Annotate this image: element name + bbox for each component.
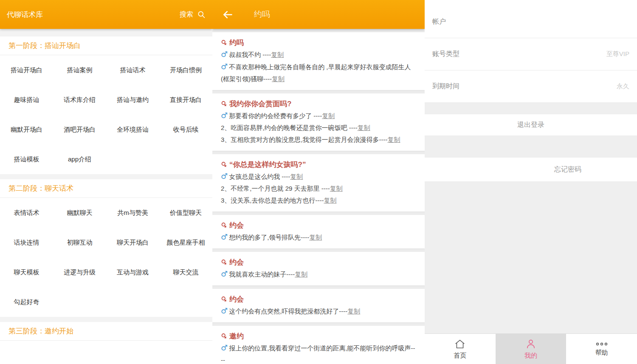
- script-card-title-row: 约吗: [221, 37, 416, 48]
- script-line: ♂女孩总是这么约我 ----复制: [221, 170, 416, 183]
- category-item[interactable]: 话术库介绍: [53, 85, 106, 115]
- search-label: 搜索: [180, 10, 193, 19]
- script-card: 约吗 ♂叔叔我不约 ----复制 ♂不喜欢那种晚上做完各自睡各自的 ,早晨起来穿…: [212, 32, 425, 90]
- script-text: 女孩总是这么约我 ----: [229, 173, 290, 180]
- settings-label: 账号类型: [432, 50, 459, 59]
- settings-value: 永久: [617, 82, 629, 90]
- category-item[interactable]: 价值型聊天: [159, 198, 212, 228]
- script-line: ♂叔叔我不约 ----复制: [221, 48, 416, 61]
- script-card: 约会 ♂这个约会有点突然,吓得我把澡都洗好了----复制: [212, 289, 425, 322]
- male-icon: ♂: [221, 232, 228, 241]
- category-item[interactable]: 开场白惯例: [159, 55, 212, 85]
- script-line: ♂那要看你的约会经费有多少了 ----复制: [221, 110, 416, 122]
- female-search-icon: [221, 101, 227, 107]
- category-item[interactable]: 聊天开场白: [106, 228, 159, 257]
- script-text: 3、没关系,去你总是去的地方也行----: [221, 197, 324, 204]
- detail-header: 约吗: [212, 0, 425, 29]
- divider-strip: [0, 174, 212, 179]
- forgot-password-row: 忘记密码: [425, 157, 637, 182]
- category-item[interactable]: 酒吧开场白: [53, 115, 106, 144]
- nav-tab-label: 首页: [454, 352, 466, 360]
- category-item[interactable]: 聊天模板: [0, 257, 53, 287]
- settings-row-account-type[interactable]: 账号类型 至尊VIP: [425, 38, 637, 71]
- script-text: 2、吃面容易胖,约会的晚餐还是赏你一碗饭吧 ----: [221, 124, 358, 131]
- back-button[interactable]: [221, 8, 234, 21]
- category-item[interactable]: 话块连情: [0, 228, 53, 257]
- copy-link[interactable]: 复制: [295, 271, 307, 278]
- background-filler: [425, 182, 637, 333]
- script-line: ♂这个约会有点突然,吓得我把澡都洗好了----复制: [221, 305, 416, 317]
- script-text: 想约我的多了,领号排队先----: [229, 234, 309, 241]
- script-card: “你总是这样约女孩吗?” ♂女孩总是这么约我 ----复制 2、不经常,一个月也…: [212, 154, 425, 212]
- copy-link[interactable]: 复制: [272, 75, 285, 82]
- category-item[interactable]: 聊天交流: [159, 257, 212, 287]
- bottom-navigation: 首页 我的 帮助: [425, 333, 637, 364]
- script-card-title-row: 我约你你会赏面吗?: [221, 98, 416, 110]
- copy-link[interactable]: 复制: [290, 173, 303, 180]
- script-line: 3、没关系,去你总是去的地方也行----复制: [221, 195, 416, 206]
- category-item[interactable]: 搭讪模板: [0, 144, 53, 174]
- script-line: 2、吃面容易胖,约会的晚餐还是赏你一碗饭吧 ----复制: [221, 122, 416, 134]
- category-item[interactable]: 搭讪案例: [53, 55, 106, 85]
- category-item[interactable]: app介绍: [53, 144, 106, 174]
- category-item[interactable]: 表情话术: [0, 198, 53, 228]
- category-item[interactable]: 搭讪开场白: [0, 55, 53, 85]
- script-text: 那要看你的约会经费有多少了 ----: [229, 112, 322, 119]
- copy-link[interactable]: 复制: [330, 185, 343, 192]
- nav-tab-mine[interactable]: 我的: [496, 334, 567, 364]
- copy-link[interactable]: 复制: [347, 308, 360, 315]
- section-heading-stage3: 第三阶段：邀约开始: [0, 322, 212, 341]
- script-line: ♂不喜欢那种晚上做完各自睡各自的 ,早晨起来穿好衣服变成陌生人(框架引领)骚聊-…: [221, 61, 416, 85]
- settings-row-account[interactable]: 帐户: [425, 6, 637, 38]
- category-item[interactable]: 全环境搭讪: [106, 115, 159, 144]
- male-icon: ♂: [221, 62, 228, 71]
- category-item[interactable]: 搭讪话术: [106, 55, 159, 85]
- category-item[interactable]: 搭讪与邀约: [106, 85, 159, 115]
- settings-row-expiry[interactable]: 到期时间 永久: [425, 71, 637, 103]
- script-text: 3、互相欣赏对方的脸没意思,我觉得一起赏月会浪漫得多----: [221, 136, 388, 143]
- copy-link[interactable]: 复制: [271, 51, 284, 58]
- copy-link[interactable]: 复制: [358, 124, 370, 131]
- script-card-title: 约会: [229, 220, 244, 230]
- category-item[interactable]: 勾起好奇: [0, 287, 53, 317]
- divider-strip: [425, 136, 637, 157]
- script-card: 约会 ♂我就喜欢主动的妹子----复制: [212, 252, 425, 285]
- logout-button[interactable]: 退出登录: [425, 114, 637, 136]
- script-card: 我约你你会赏面吗? ♂那要看你的约会经费有多少了 ----复制 2、吃面容易胖,…: [212, 93, 425, 151]
- nav-tab-help[interactable]: 帮助: [566, 334, 637, 364]
- script-card-title: “你总是这样约女孩吗?”: [229, 160, 306, 169]
- nav-tab-label: 我的: [524, 352, 537, 360]
- script-detail-screen: 约吗 约吗 ♂叔叔我不约 ----复制 ♂不喜欢那种晚上做完各自睡各自的 ,早晨…: [212, 0, 425, 364]
- female-search-icon: [221, 296, 227, 302]
- male-icon: ♂: [221, 111, 228, 120]
- category-item[interactable]: 幽默开场白: [0, 115, 53, 144]
- script-line: ♂想约我的多了,领号排队先----复制: [221, 231, 416, 243]
- category-item[interactable]: 颜色星座手相: [159, 228, 212, 257]
- script-card: 约会 ♂想约我的多了,领号排队先----复制: [212, 215, 425, 248]
- category-item[interactable]: 直接开场白: [159, 85, 212, 115]
- nav-tab-home[interactable]: 首页: [425, 334, 496, 364]
- category-item[interactable]: 收号后续: [159, 115, 212, 144]
- copy-link[interactable]: 复制: [322, 112, 335, 119]
- female-search-icon: [221, 40, 227, 46]
- female-search-icon: [221, 222, 227, 229]
- script-card-title-row: 约会: [221, 219, 416, 231]
- script-card-title-row: 邀约: [221, 330, 416, 342]
- copy-link[interactable]: 复制: [388, 136, 400, 143]
- search-button[interactable]: 搜索: [180, 10, 206, 19]
- category-item[interactable]: 幽默聊天: [53, 198, 106, 228]
- script-text: 我就喜欢主动的妹子----: [229, 271, 295, 278]
- copy-link[interactable]: 复制: [324, 197, 337, 204]
- category-item[interactable]: 共m与赞美: [106, 198, 159, 228]
- category-item[interactable]: 初聊互动: [53, 228, 106, 257]
- script-text: 这个约会有点突然,吓得我把澡都洗好了----: [229, 308, 347, 315]
- copy-link[interactable]: 复制: [309, 234, 322, 241]
- category-item[interactable]: 进逻与升级: [53, 257, 106, 287]
- script-card-title-row: 约会: [221, 256, 416, 268]
- male-icon: ♂: [221, 172, 228, 181]
- script-text: 叔叔我不约 ----: [229, 51, 271, 58]
- category-item[interactable]: 趣味搭讪: [0, 85, 53, 115]
- category-item[interactable]: 互动与游戏: [106, 257, 159, 287]
- home-icon: [454, 339, 465, 350]
- forgot-password-button[interactable]: 忘记密码: [554, 165, 581, 174]
